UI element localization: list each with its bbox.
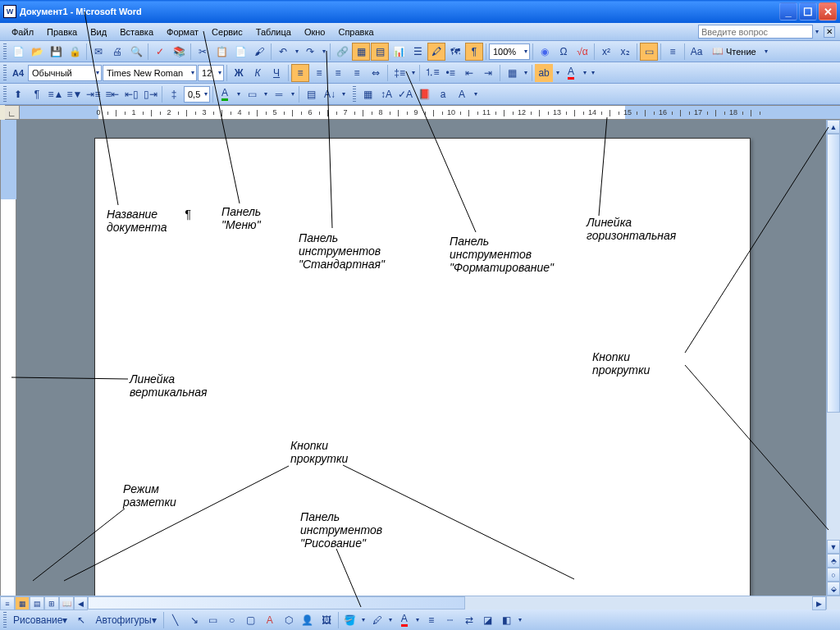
drawing-button[interactable]: 🖍 bbox=[427, 43, 445, 61]
hanging-button[interactable]: ≡⇤ bbox=[103, 85, 121, 103]
menu-format[interactable]: Формат bbox=[160, 25, 205, 39]
line-spacing-dropdown[interactable] bbox=[409, 64, 417, 82]
redo-dropdown[interactable] bbox=[320, 43, 327, 61]
textbox-button[interactable]: ▢ bbox=[242, 611, 260, 629]
permissions-button[interactable]: 🔒 bbox=[66, 43, 84, 61]
arrow-button[interactable]: ↘ bbox=[185, 611, 203, 629]
border-style-dropdown[interactable] bbox=[262, 85, 269, 103]
spacing-before-button[interactable]: ≡▲ bbox=[47, 85, 65, 103]
drawing-canvas-button[interactable]: ▦ bbox=[358, 85, 377, 103]
linecolor-dropdown[interactable] bbox=[387, 611, 395, 629]
fontsize-combo[interactable]: 12 bbox=[198, 65, 224, 81]
browse-button[interactable]: ○ bbox=[827, 568, 840, 582]
italic-button[interactable]: К bbox=[249, 64, 267, 82]
text-effects-button[interactable]: ▤ bbox=[302, 85, 320, 103]
vertical-scrollbar[interactable]: ▲ ▼ ⬘ ○ ⬙ bbox=[826, 120, 840, 596]
scroll-right-button[interactable]: ▶ bbox=[812, 596, 826, 610]
doc-close-button[interactable]: ✕ bbox=[824, 26, 835, 38]
shadow-button[interactable]: ◪ bbox=[479, 611, 497, 629]
read-view-button[interactable]: 📖 bbox=[59, 596, 74, 610]
sort-button[interactable]: A↓ bbox=[321, 85, 339, 103]
fillcolor-button[interactable]: 🪣 bbox=[341, 611, 359, 629]
menu-help[interactable]: Справка bbox=[331, 25, 380, 39]
toolbar-handle[interactable] bbox=[3, 65, 7, 81]
outdent-button[interactable]: ⇤ bbox=[460, 64, 478, 82]
language-button[interactable]: ✓A bbox=[396, 85, 414, 103]
tables-borders-button[interactable]: ▦ bbox=[352, 43, 370, 61]
right-indent-button[interactable]: ▯⇥ bbox=[141, 85, 159, 103]
changecase-button[interactable]: Aa bbox=[687, 43, 705, 61]
spacing-after-button[interactable]: ≡▼ bbox=[66, 85, 84, 103]
ruler-vertical[interactable] bbox=[0, 120, 16, 596]
bold-button[interactable]: Ж bbox=[230, 64, 248, 82]
left-indent-button[interactable]: ⇤▯ bbox=[122, 85, 140, 103]
help-input[interactable] bbox=[698, 25, 813, 39]
indent-button[interactable]: ⇥ bbox=[479, 64, 497, 82]
toolbar-overflow[interactable] bbox=[763, 43, 770, 61]
highlight-dropdown[interactable] bbox=[554, 64, 561, 82]
align-left-button[interactable]: ≡ bbox=[291, 64, 309, 82]
fontcolor-draw-button[interactable]: A bbox=[395, 611, 413, 629]
outline-promote-button[interactable]: ⬆ bbox=[9, 85, 27, 103]
paste-button[interactable]: 📄 bbox=[231, 43, 249, 61]
font-combo[interactable]: Times New Roman bbox=[103, 65, 197, 81]
menu-edit[interactable]: Правка bbox=[40, 25, 84, 39]
picture-button[interactable]: 🖼 bbox=[317, 611, 336, 629]
spell-button[interactable]: ✓ bbox=[151, 43, 169, 61]
border-style-button[interactable]: ▭ bbox=[243, 85, 261, 103]
equation-button[interactable]: √α bbox=[573, 43, 591, 61]
undo-dropdown[interactable] bbox=[293, 43, 300, 61]
docmap-button[interactable]: 🗺 bbox=[446, 43, 464, 61]
tab-selector[interactable]: ∟ bbox=[5, 106, 20, 120]
line-spacing-button[interactable]: ‡≡ bbox=[390, 64, 409, 82]
first-line-button[interactable]: ⇥≡ bbox=[84, 85, 103, 103]
minimize-button[interactable]: _ bbox=[779, 2, 797, 21]
toolbar-overflow[interactable] bbox=[472, 85, 479, 103]
help-button[interactable]: ◉ bbox=[536, 43, 554, 61]
draw-menu[interactable]: Рисование ▾ bbox=[9, 611, 71, 629]
preview-button[interactable]: 🔍 bbox=[127, 43, 145, 61]
menu-window[interactable]: Окно bbox=[298, 25, 332, 39]
ruler-horizontal[interactable]: ∟ 0123456789101112131415161718 bbox=[5, 105, 840, 120]
diagram-button[interactable]: ⬡ bbox=[280, 611, 298, 629]
page[interactable] bbox=[94, 138, 751, 596]
excel-button[interactable]: 📊 bbox=[390, 43, 408, 61]
superscript-button[interactable]: x² bbox=[597, 43, 615, 61]
linestyle-button[interactable]: ≡ bbox=[422, 611, 441, 629]
borders-button[interactable]: ▦ bbox=[503, 64, 521, 82]
mail-button[interactable]: ✉ bbox=[89, 43, 107, 61]
subscript-button[interactable]: x₂ bbox=[616, 43, 634, 61]
toolbar-handle[interactable] bbox=[3, 86, 7, 103]
distribute-button[interactable]: ⇔ bbox=[367, 64, 385, 82]
insert-table-button[interactable]: ▤ bbox=[371, 43, 389, 61]
menu-view[interactable]: Вид bbox=[84, 25, 113, 39]
text-direction-button[interactable]: ↕A bbox=[377, 85, 395, 103]
fillcolor-dropdown[interactable] bbox=[360, 611, 368, 629]
open-button[interactable]: 📂 bbox=[28, 43, 46, 61]
close-button[interactable]: ✕ bbox=[819, 2, 837, 21]
char-border-button[interactable]: A bbox=[453, 85, 471, 103]
horizontal-scrollbar[interactable] bbox=[88, 596, 812, 609]
copy-button[interactable]: 📋 bbox=[212, 43, 231, 61]
prev-page-button[interactable]: ⬘ bbox=[827, 554, 840, 568]
dashstyle-button[interactable]: ┄ bbox=[441, 611, 459, 629]
omega-button[interactable]: Ω bbox=[555, 43, 573, 61]
autotext-button[interactable]: ≡ bbox=[664, 43, 682, 61]
highlight-button[interactable]: ab bbox=[535, 64, 553, 82]
fontcolor-draw-dropdown[interactable] bbox=[414, 611, 422, 629]
rectangle-button[interactable]: ▭ bbox=[204, 611, 222, 629]
format-painter-button[interactable]: 🖌 bbox=[250, 43, 268, 61]
clipart-button[interactable]: 👤 bbox=[299, 611, 317, 629]
redo-button[interactable]: ↷ bbox=[301, 43, 319, 61]
save-button[interactable]: 💾 bbox=[47, 43, 65, 61]
cut-button[interactable]: ✂ bbox=[194, 43, 212, 61]
menu-file[interactable]: Файл bbox=[5, 25, 40, 39]
toolbar-overflow[interactable] bbox=[517, 611, 524, 629]
numbering-button[interactable]: ⒈≡ bbox=[422, 64, 441, 82]
line-button[interactable]: ╲ bbox=[167, 611, 185, 629]
bullets-button[interactable]: •≡ bbox=[441, 64, 459, 82]
menu-table[interactable]: Таблица bbox=[249, 25, 298, 39]
para-spacing-button[interactable]: ¶ bbox=[28, 85, 46, 103]
help-dropdown[interactable] bbox=[813, 23, 820, 41]
borders-dropdown[interactable] bbox=[522, 64, 529, 82]
